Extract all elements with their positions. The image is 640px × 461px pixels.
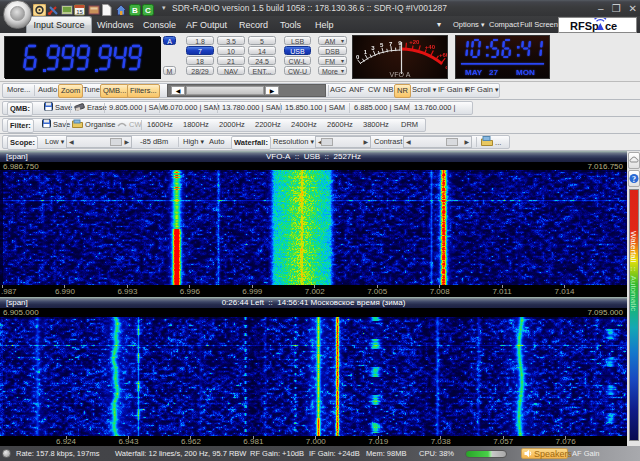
svg-text:ce: ce: [605, 20, 617, 32]
svg-text:B: B: [132, 6, 138, 15]
svg-text:C: C: [145, 6, 151, 15]
svg-text:RFSp: RFSp: [570, 20, 599, 32]
svg-text:15: 15: [76, 9, 83, 15]
svg-text:?: ?: [632, 175, 636, 184]
